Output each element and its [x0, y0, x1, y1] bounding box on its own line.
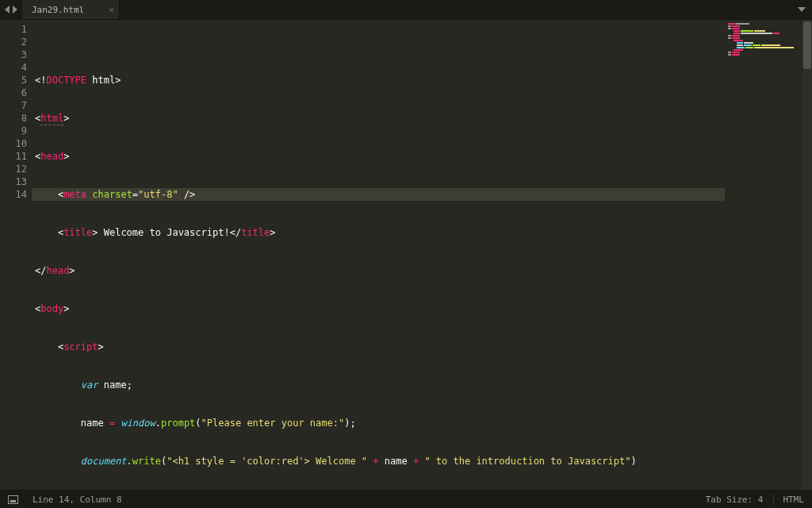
status-tab-size[interactable]: Tab Size: 4: [706, 495, 764, 505]
panel-toggle[interactable]: [8, 495, 23, 505]
code-area[interactable]: <!DOCTYPE html> <html> <head> <meta char…: [32, 20, 725, 490]
close-icon[interactable]: ×: [109, 5, 114, 15]
chevron-down-icon: [798, 7, 806, 12]
nav-buttons: [0, 0, 22, 19]
nav-forward-icon[interactable]: [13, 6, 17, 13]
status-bar: Line 14, Column 8 Tab Size: 4 HTML: [0, 490, 812, 508]
status-syntax[interactable]: HTML: [783, 495, 805, 505]
panel-icon: [8, 495, 18, 504]
minimap[interactable]: [725, 20, 812, 490]
tab-filename: Jan29.html: [32, 5, 84, 15]
editor-area: 123 456 789 101112 1314 <!DOCTYPE html> …: [0, 20, 812, 490]
tab-bar: Jan29.html ×: [0, 0, 812, 20]
file-tab[interactable]: Jan29.html ×: [22, 0, 120, 19]
nav-back-icon[interactable]: [5, 6, 10, 13]
editor-window: Jan29.html × 123 456 789 101112 1314 <!D…: [0, 0, 812, 508]
vertical-scrollbar[interactable]: [802, 20, 812, 490]
tab-dropdown[interactable]: [791, 0, 812, 19]
scrollbar-thumb[interactable]: [803, 21, 811, 69]
line-number-gutter: 123 456 789 101112 1314: [0, 20, 32, 490]
status-cursor-position[interactable]: Line 14, Column 8: [33, 495, 122, 505]
